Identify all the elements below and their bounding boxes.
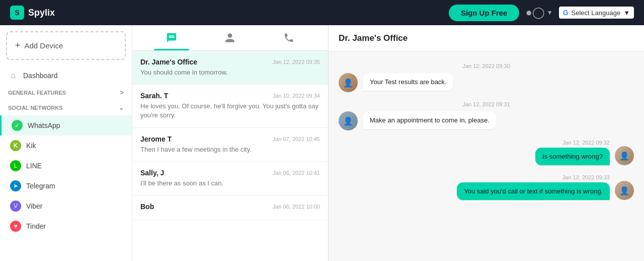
chat-item-preview: He loves you. Of course, he'll forgive y…: [140, 102, 320, 120]
whatsapp-icon: ✓: [12, 120, 23, 131]
general-features-section[interactable]: GENERAL FEATURES >: [0, 85, 132, 100]
contacts-tab-icon: [224, 32, 235, 43]
chat-item-sally[interactable]: Sally, J Jan 06, 2022 10:41 I'll be ther…: [132, 162, 328, 195]
add-device-label: Add Device: [25, 41, 63, 50]
chat-item-header: Jerome T Jan 07, 2022 10:45: [140, 135, 320, 143]
kik-icon: K: [10, 140, 21, 151]
chat-item-time: Jan 06, 2022 10:00: [273, 204, 320, 210]
telegram-icon: ➤: [10, 180, 21, 191]
chat-item-header: Sally, J Jan 06, 2022 10:41: [140, 169, 320, 177]
chat-item-name: Jerome T: [140, 135, 172, 143]
general-features-label: GENERAL FEATURES: [8, 90, 66, 96]
logo-text: Spylix: [28, 8, 55, 18]
calls-tab-icon: [283, 32, 294, 43]
chevron-right-icon: >: [120, 89, 124, 96]
social-networks-label: SOCIAL NETWORKS: [8, 105, 63, 111]
chat-item-time: Jan 10, 2022 09:34: [273, 93, 320, 99]
chat-item-header: Dr. Jame's Office Jan 12, 2022 09:35: [140, 58, 320, 66]
sidebar-item-whatsapp[interactable]: ✓ WhatsApp: [0, 115, 132, 136]
whatsapp-label: WhatsApp: [28, 121, 60, 129]
message-right-wrap: Jan 12, 2022 09:32 Is something wrong?: [535, 137, 610, 165]
lang-chevron-icon: ▼: [623, 9, 630, 17]
message-right-group: Jan 12, 2022 09:33 You said you'd call o…: [339, 171, 634, 200]
message-bubble: Your Test results are back.: [363, 73, 453, 91]
chat-item-dr-jame[interactable]: Dr. Jame's Office Jan 12, 2022 09:35 You…: [132, 51, 328, 85]
language-selector[interactable]: G Select Language ▼: [559, 7, 634, 19]
chat-item-preview: Then I have a few meetings in the city.: [140, 145, 320, 154]
chat-item-preview: You should come in tomorrow.: [140, 68, 320, 77]
logo-area: S Spylix: [10, 6, 55, 20]
chat-detail-header: Dr. Jame's Office: [329, 25, 644, 52]
message-bubble: You said you'd call or text if something…: [457, 182, 610, 200]
chat-messages: Jan 12, 2022 09:30 👤 Your Test results a…: [329, 52, 644, 261]
viber-icon: V: [10, 201, 21, 212]
chat-item-header: Sarah. T Jan 10, 2022 09:34: [140, 92, 320, 100]
user-menu[interactable]: ●◯ ▼: [525, 6, 552, 19]
message-bubble: Is something wrong?: [535, 148, 610, 165]
sidebar-item-line[interactable]: L LINE: [0, 156, 132, 176]
line-icon: L: [10, 160, 21, 171]
avatar: 👤: [615, 181, 634, 200]
chat-item-preview: I'll be there as soon as I can.: [140, 179, 320, 188]
tab-calls[interactable]: [260, 25, 318, 50]
tinder-label: Tinder: [26, 222, 46, 230]
chat-item-jerome[interactable]: Jerome T Jan 07, 2022 10:45 Then I have …: [132, 128, 328, 162]
chat-item-name: Sarah. T: [140, 92, 168, 100]
telegram-label: Telegram: [26, 182, 55, 190]
add-device-button[interactable]: + Add Device: [6, 31, 126, 60]
nav-right: Sign Up Free ●◯ ▼ G Select Language ▼: [449, 5, 634, 21]
chat-list-panel: Dr. Jame's Office Jan 12, 2022 09:35 You…: [132, 25, 329, 261]
tab-contacts[interactable]: [201, 25, 259, 50]
chat-tabs: [132, 25, 328, 51]
message-timestamp: Jan 12, 2022 09:31: [339, 101, 634, 107]
sidebar-item-kik[interactable]: K Kik: [0, 136, 132, 156]
google-icon: G: [563, 9, 569, 17]
sidebar-item-telegram[interactable]: ➤ Telegram: [0, 176, 132, 196]
chat-item-time: Jan 07, 2022 10:45: [273, 136, 320, 142]
sidebar-item-viber[interactable]: V Viber: [0, 196, 132, 216]
sidebar: + Add Device ⌂ Dashboard GENERAL FEATURE…: [0, 25, 132, 261]
sidebar-item-tinder[interactable]: ♥ Tinder: [0, 216, 132, 236]
top-navigation: S Spylix Sign Up Free ●◯ ▼ G Select Lang…: [0, 0, 644, 25]
message-timestamp: Jan 12, 2022 09:33: [562, 174, 610, 180]
chevron-down-icon: ▼: [547, 9, 553, 16]
chevron-down-icon: ⌄: [119, 104, 124, 111]
chat-item-name: Sally, J: [140, 169, 164, 177]
dashboard-label: Dashboard: [23, 72, 58, 80]
message-left-group: 👤 Your Test results are back.: [339, 73, 634, 92]
message-timestamp: Jan 12, 2022 09:32: [562, 140, 610, 146]
chat-item-sarah[interactable]: Sarah. T Jan 10, 2022 09:34 He loves you…: [132, 85, 328, 127]
language-label: Select Language: [572, 9, 621, 17]
plus-icon: +: [15, 40, 21, 51]
tinder-icon: ♥: [10, 221, 21, 232]
chat-item-time: Jan 06, 2022 10:41: [273, 170, 320, 176]
chat-item-bob[interactable]: Bob Jan 06, 2022 10:00: [132, 195, 328, 220]
avatar: 👤: [615, 146, 634, 165]
chat-item-name: Dr. Jame's Office: [140, 58, 197, 66]
chat-item-time: Jan 12, 2022 09:35: [273, 59, 320, 65]
avatar: 👤: [339, 73, 358, 92]
messages-tab-icon: [166, 32, 177, 43]
chat-item-header: Bob Jan 06, 2022 10:00: [140, 203, 320, 211]
social-networks-section[interactable]: SOCIAL NETWORKS ⌄: [0, 100, 132, 115]
message-right-group: Jan 12, 2022 09:32 Is something wrong? 👤: [339, 137, 634, 165]
chat-item-name: Bob: [140, 203, 154, 211]
line-label: LINE: [26, 162, 42, 170]
chat-detail-panel: Dr. Jame's Office Jan 12, 2022 09:30 👤 Y…: [329, 25, 644, 261]
message-timestamp: Jan 12, 2022 09:30: [339, 63, 634, 69]
user-icon: ●◯: [525, 6, 544, 19]
message-left-group: 👤 Make an appointment to come in, please…: [339, 111, 634, 130]
signup-button[interactable]: Sign Up Free: [449, 5, 520, 21]
sidebar-item-dashboard[interactable]: ⌂ Dashboard: [0, 66, 132, 85]
message-bubble: Make an appointment to come in, please.: [363, 111, 497, 129]
kik-label: Kik: [26, 142, 36, 150]
message-right-wrap: Jan 12, 2022 09:33 You said you'd call o…: [457, 171, 610, 200]
chat-detail-title: Dr. Jame's Office: [339, 33, 408, 43]
viber-label: Viber: [26, 202, 42, 210]
logo-icon: S: [10, 6, 24, 20]
main-layout: + Add Device ⌂ Dashboard GENERAL FEATURE…: [0, 25, 644, 261]
chat-list: Dr. Jame's Office Jan 12, 2022 09:35 You…: [132, 51, 328, 261]
tab-messages[interactable]: [142, 25, 201, 50]
avatar: 👤: [339, 111, 358, 130]
dashboard-icon: ⌂: [8, 71, 18, 80]
